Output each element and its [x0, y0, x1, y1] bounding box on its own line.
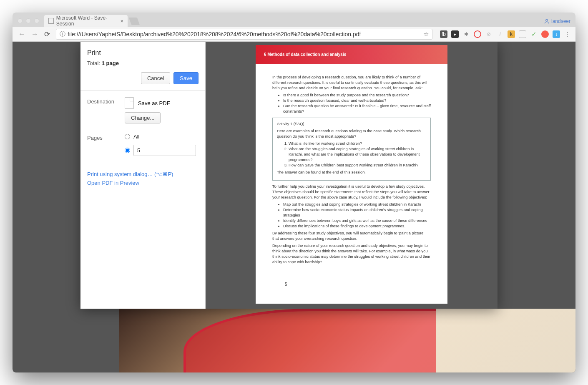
page-number: 5: [272, 282, 431, 287]
profile-icon: [544, 18, 550, 24]
tab-bar: Microsoft Word - Save-Session × landseer: [13, 13, 575, 27]
window-controls: [13, 18, 44, 27]
ext-arrow-icon[interactable]: ▸: [451, 30, 459, 38]
preview-page: 6 Methods of data collection and analysi…: [256, 45, 447, 304]
minimize-window-icon[interactable]: [26, 18, 31, 23]
reload-button[interactable]: ⟳: [44, 30, 50, 39]
ext-bug-icon[interactable]: ✱: [462, 30, 470, 38]
pages-all-radio[interactable]: [125, 134, 130, 139]
svg-point-0: [546, 19, 548, 21]
tab-title: Microsoft Word - Save-Session: [56, 15, 118, 27]
close-window-icon[interactable]: [18, 18, 23, 23]
ext-blank-icon[interactable]: [519, 30, 526, 38]
info-icon[interactable]: ⓘ: [60, 30, 65, 38]
system-dialog-link[interactable]: Print using system dialog… (⌥⌘P): [87, 171, 199, 177]
ext-fb-icon[interactable]: fb: [440, 30, 447, 38]
ext-down-icon[interactable]: ↓: [553, 30, 560, 38]
ext-disabled-icon[interactable]: ⊘: [485, 30, 493, 38]
ext-elephant-icon[interactable]: [541, 30, 549, 38]
pages-all-label: All: [133, 133, 139, 140]
browser-tab[interactable]: Microsoft Word - Save-Session ×: [44, 15, 128, 27]
pages-range-radio[interactable]: [125, 148, 130, 153]
file-icon: [48, 18, 54, 24]
address-bar[interactable]: ⓘ file:///Users/YaphetS/Desktop/archived…: [56, 29, 432, 40]
close-tab-icon[interactable]: ×: [120, 18, 123, 24]
open-preview-link[interactable]: Open PDF in Preview: [87, 180, 199, 186]
ext-k-icon[interactable]: k: [508, 30, 515, 38]
print-title: Print: [87, 49, 199, 57]
ext-target-icon[interactable]: [474, 30, 481, 38]
url-text: file:///Users/YaphetS/Desktop/archived%2…: [68, 31, 361, 38]
new-tab-button[interactable]: [129, 18, 140, 25]
back-button[interactable]: ←: [18, 30, 25, 39]
background-image: [119, 309, 575, 372]
print-preview: 6 Methods of data collection and analysi…: [206, 42, 498, 309]
browser-window: Microsoft Word - Save-Session × landseer…: [13, 13, 575, 372]
activity-box: Activity 1 (SAQ) Here are examples of re…: [272, 118, 431, 181]
ext-info-icon[interactable]: i: [496, 30, 504, 38]
forward-button[interactable]: →: [31, 30, 38, 39]
profile-button[interactable]: landseer: [539, 18, 575, 27]
print-dialog: Print Total: 1 page Cancel Save Destinat…: [80, 42, 498, 309]
content-area: Print Total: 1 page Cancel Save Destinat…: [13, 42, 575, 372]
pages-input[interactable]: [133, 145, 196, 156]
save-button[interactable]: Save: [173, 72, 199, 84]
toolbar: ← → ⟳ ⓘ file:///Users/YaphetS/Desktop/ar…: [13, 27, 575, 42]
menu-icon[interactable]: ⋮: [564, 30, 571, 38]
destination-label: Destination: [87, 97, 125, 123]
cancel-button[interactable]: Cancel: [141, 72, 170, 84]
print-sidebar: Print Total: 1 page Cancel Save Destinat…: [80, 42, 206, 309]
bookmark-icon[interactable]: ☆: [423, 30, 429, 38]
ext-check-icon[interactable]: ✓: [530, 30, 538, 38]
extensions: fb ▸ ✱ ⊘ i k ✓ ↓ ⋮: [436, 30, 575, 38]
doc-banner: 6 Methods of data collection and analysi…: [256, 45, 447, 64]
pages-label: Pages: [87, 133, 125, 161]
pdf-icon: [125, 97, 134, 109]
change-destination-button[interactable]: Change...: [125, 112, 161, 123]
destination-value: Save as PDF: [138, 100, 170, 106]
maximize-window-icon[interactable]: [34, 18, 39, 23]
print-total: Total: 1 page: [87, 60, 199, 66]
